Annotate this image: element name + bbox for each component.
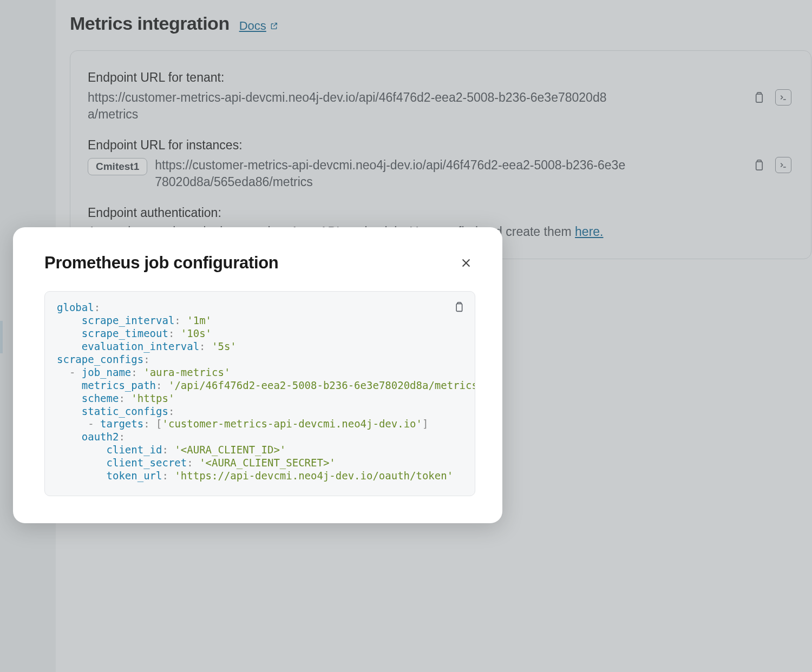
yaml-key: client_secret xyxy=(107,457,187,469)
docs-link[interactable]: Docs xyxy=(239,19,278,33)
yaml-key: client_id xyxy=(107,444,162,456)
tenant-label: Endpoint URL for tenant: xyxy=(88,70,791,85)
sidebar-active-indicator xyxy=(0,321,3,353)
docs-link-label: Docs xyxy=(239,19,266,33)
open-config-instance-button[interactable] xyxy=(775,157,791,173)
auth-here-link[interactable]: here. xyxy=(575,225,603,239)
open-config-tenant-button[interactable] xyxy=(775,89,791,106)
copy-instance-url-button[interactable] xyxy=(750,157,767,173)
yaml-code-block: global: scrape_interval: '1m' scrape_tim… xyxy=(44,291,475,496)
yaml-key: oauth2 xyxy=(82,431,119,443)
yaml-value: '/api/46f476d2-eea2-5008-b236-6e3e78020d… xyxy=(168,379,475,391)
svg-rect-2 xyxy=(456,304,462,311)
yaml-value: 'aura-metrics' xyxy=(143,366,230,378)
page-title: Metrics integration xyxy=(70,13,230,34)
yaml-value: '<AURA_CLIENT_ID>' xyxy=(174,444,286,456)
yaml-key: scrape_timeout xyxy=(82,327,168,339)
instance-url: https://customer-metrics-api-devcmi.neo4… xyxy=(155,157,631,190)
yaml-key: evaluation_interval xyxy=(82,340,199,352)
clipboard-icon xyxy=(752,91,765,104)
tenant-url: https://customer-metrics-api-devcmi.neo4… xyxy=(88,89,607,123)
auth-label: Endpoint authentication: xyxy=(88,206,791,220)
yaml-value: 'https://api-devcmi.neo4j-dev.io/oauth/t… xyxy=(174,470,453,482)
instances-label: Endpoint URL for instances: xyxy=(88,138,791,153)
clipboard-icon xyxy=(752,159,765,172)
close-modal-button[interactable] xyxy=(457,254,475,272)
copy-tenant-url-button[interactable] xyxy=(750,89,767,106)
svg-rect-1 xyxy=(756,161,762,169)
yaml-key: global xyxy=(57,301,94,313)
yaml-value: '10s' xyxy=(181,327,212,339)
instances-row: Endpoint URL for instances: Cmitest1 htt… xyxy=(88,138,791,190)
yaml-key: static_configs xyxy=(82,405,168,417)
yaml-value: '<AURA_CLIENT_SECRET>' xyxy=(199,457,336,469)
terminal-icon xyxy=(779,93,788,102)
yaml-key: scrape_configs xyxy=(57,353,143,365)
tenant-row: Endpoint URL for tenant: https://custome… xyxy=(88,70,791,123)
yaml-key: metrics_path xyxy=(82,379,156,391)
yaml-value: 'customer-metrics-api-devcmi.neo4j-dev.i… xyxy=(162,418,422,430)
yaml-key: token_url xyxy=(107,470,162,482)
terminal-icon xyxy=(779,161,788,169)
close-icon xyxy=(460,257,472,269)
instance-badge: Cmitest1 xyxy=(88,158,147,175)
yaml-key: scheme xyxy=(82,392,119,404)
yaml-key: job_name xyxy=(82,366,132,378)
copy-yaml-button[interactable] xyxy=(451,299,466,314)
yaml-key: scrape_interval xyxy=(82,314,175,326)
yaml-value: 'https' xyxy=(131,392,174,404)
yaml-key: targets xyxy=(100,418,143,430)
yaml-value: '5s' xyxy=(212,340,237,352)
prometheus-config-modal: Prometheus job configuration global: scr… xyxy=(13,227,502,523)
yaml-value: '1m' xyxy=(187,314,212,326)
external-link-icon xyxy=(270,22,278,30)
modal-title: Prometheus job configuration xyxy=(44,253,457,273)
clipboard-icon xyxy=(453,301,464,313)
svg-rect-0 xyxy=(756,94,762,102)
